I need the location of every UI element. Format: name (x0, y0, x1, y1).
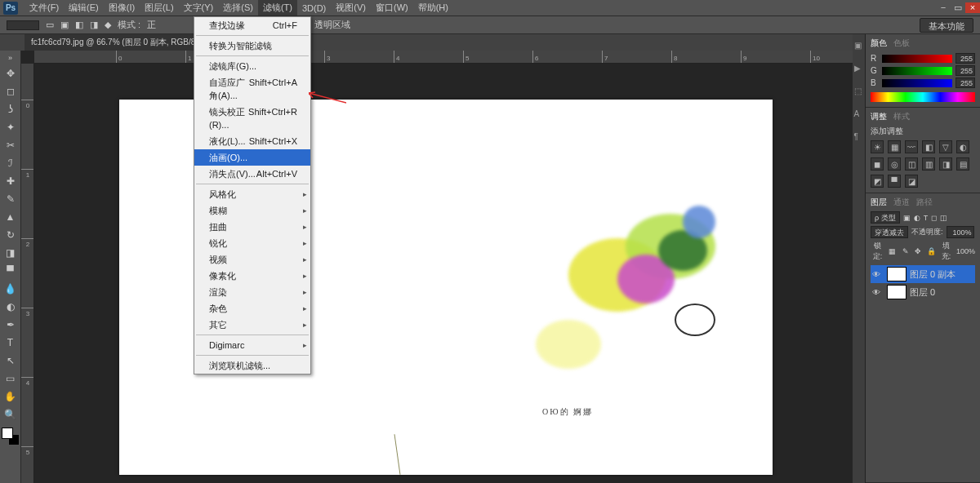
menu-item[interactable]: 锐化 (194, 235, 310, 251)
blend-mode[interactable]: 穿透减去 (871, 226, 908, 238)
stamp-tool[interactable]: ▲ (2, 209, 20, 225)
selective-icon[interactable]: ◪ (905, 175, 918, 188)
r-input[interactable]: 255 (956, 53, 975, 64)
blur-tool[interactable]: 💧 (2, 281, 20, 297)
menu-item[interactable]: 视频 (194, 251, 310, 268)
wand-tool[interactable]: ✦ (2, 119, 20, 135)
fill-input[interactable]: 100% (956, 247, 975, 255)
menu-type[interactable]: 文字(Y) (179, 0, 219, 16)
mode-value[interactable]: 正 (147, 19, 156, 31)
move-tool[interactable]: ✥ (2, 65, 20, 82)
menu-3d[interactable]: 3D(D) (297, 2, 331, 15)
menu-layer[interactable]: 图层(L) (140, 0, 178, 16)
workspace-switcher[interactable]: 基本功能 (920, 18, 973, 33)
filter-pixel-icon[interactable]: ▣ (903, 214, 911, 222)
gradient-tool[interactable]: ▀ (2, 263, 20, 279)
fg-swatch[interactable] (2, 428, 13, 439)
menu-item[interactable]: 查找边缘Ctrl+F (194, 17, 310, 33)
menu-item[interactable]: 像素化 (194, 268, 310, 284)
vibrance-icon[interactable]: ▽ (939, 140, 952, 153)
history-dock-icon[interactable]: ▣ (854, 41, 864, 51)
menu-item[interactable]: 其它 (194, 317, 310, 333)
minimize-button[interactable]: − (936, 2, 951, 13)
mixer-icon[interactable]: ◫ (905, 157, 918, 171)
lut-icon[interactable]: ▥ (922, 157, 935, 171)
char-dock-icon[interactable]: A (854, 109, 864, 119)
menu-item[interactable]: 渲染 (194, 284, 310, 300)
threshold-icon[interactable]: ◩ (871, 175, 884, 188)
lock-trans-icon[interactable]: ▦ (888, 247, 898, 255)
menu-window[interactable]: 窗口(W) (371, 0, 413, 16)
menu-file[interactable]: 文件(F) (24, 0, 64, 16)
lasso-tool[interactable]: ʖ (2, 101, 20, 117)
menu-item[interactable]: Digimarc (194, 337, 310, 353)
actions-dock-icon[interactable]: ▶ (854, 64, 864, 73)
menu-item[interactable]: 镜头校正(R)...Shift+Ctrl+R (194, 104, 310, 133)
visibility-icon[interactable]: 👁 (872, 270, 884, 279)
menu-item[interactable]: 滤镜库(G)... (194, 58, 310, 74)
brightness-icon[interactable]: ☀ (871, 140, 884, 153)
tab-paths[interactable]: 路径 (916, 197, 933, 208)
tab-adjust[interactable]: 调整 (871, 111, 887, 122)
ruler-vertical[interactable]: 0 1 2 3 4 5 (21, 64, 34, 483)
menu-item[interactable]: 液化(L)...Shift+Ctrl+X (194, 133, 310, 149)
filter-adj-icon[interactable]: ◐ (914, 214, 920, 222)
menu-item[interactable]: 模糊 (194, 202, 310, 219)
tab-styles[interactable]: 样式 (893, 111, 910, 122)
filter-shape-icon[interactable]: ◻ (931, 214, 937, 222)
spectrum-strip[interactable] (871, 92, 975, 102)
opt-icon[interactable]: ◨ (90, 20, 98, 30)
menu-item[interactable]: 浏览联机滤镜... (194, 357, 310, 374)
menu-filter[interactable]: 滤镜(T) (258, 0, 297, 16)
photo-filter-icon[interactable]: ◎ (888, 157, 901, 171)
filter-type-icon[interactable]: T (924, 214, 929, 222)
tab-color[interactable]: 颜色 (871, 38, 887, 49)
curves-icon[interactable]: 〰 (905, 140, 918, 153)
menu-image[interactable]: 图像(I) (104, 0, 140, 16)
tab-swatches[interactable]: 色板 (893, 38, 910, 49)
r-slider[interactable] (882, 55, 952, 63)
dodge-tool[interactable]: ◐ (2, 299, 20, 315)
layer-kind[interactable]: ρ 类型 (871, 211, 900, 224)
menu-select[interactable]: 选择(S) (218, 0, 258, 16)
opt-icon[interactable]: ◆ (105, 20, 111, 30)
opacity-input[interactable]: 100% (947, 226, 974, 238)
zoom-tool[interactable]: 🔍 (2, 406, 20, 423)
menu-item[interactable]: 油画(O)... (194, 149, 310, 166)
layer-thumb[interactable] (887, 267, 906, 281)
bw-icon[interactable]: ◼ (871, 157, 884, 171)
menu-item[interactable]: 自适应广角(A)...Shift+Ctrl+A (194, 74, 310, 104)
exposure-icon[interactable]: ◧ (922, 140, 935, 153)
para-dock-icon[interactable]: ¶ (854, 132, 864, 142)
maximize-button[interactable]: ▭ (951, 2, 965, 13)
b-slider[interactable] (882, 79, 952, 87)
layer-thumb[interactable] (887, 285, 906, 299)
layer-row[interactable]: 👁 图层 0 副本 (871, 265, 975, 283)
menu-help[interactable]: 帮助(H) (413, 0, 453, 16)
path-tool[interactable]: ↖ (2, 352, 20, 369)
toolbox-collapse-icon[interactable]: » (8, 54, 12, 62)
eraser-tool[interactable]: ◨ (2, 245, 20, 261)
gradient-map-icon[interactable]: ▀ (888, 175, 901, 188)
filter-smart-icon[interactable]: ◫ (940, 214, 947, 222)
marquee-tool[interactable]: ◻ (2, 83, 20, 100)
color-swatches[interactable] (2, 428, 20, 445)
b-input[interactable]: 255 (956, 78, 975, 88)
opt-icon[interactable]: ▣ (60, 20, 69, 30)
menu-edit[interactable]: 编辑(E) (64, 0, 104, 16)
pen-tool[interactable]: ✒ (2, 317, 20, 333)
g-input[interactable]: 255 (956, 65, 975, 76)
brush-tool[interactable]: ✎ (2, 191, 20, 207)
close-button[interactable]: × (965, 2, 980, 13)
shape-tool[interactable]: ▭ (2, 370, 20, 387)
hue-icon[interactable]: ◐ (956, 140, 969, 153)
menu-item[interactable]: 杂色 (194, 300, 310, 317)
type-tool[interactable]: T (2, 335, 20, 351)
history-brush-tool[interactable]: ↻ (2, 227, 20, 243)
menu-item[interactable]: 转换为智能滤镜 (194, 38, 310, 54)
menu-item[interactable]: 扭曲 (194, 219, 310, 235)
document-tab[interactable]: fc1fc6cd79.jpg @ 66.7% (图层 0 副本, RGB/8#)… (24, 34, 221, 51)
menu-item[interactable]: 风格化 (194, 186, 310, 202)
gradient-swatch[interactable] (7, 20, 39, 30)
layer-row[interactable]: 👁 图层 0 (871, 283, 975, 301)
